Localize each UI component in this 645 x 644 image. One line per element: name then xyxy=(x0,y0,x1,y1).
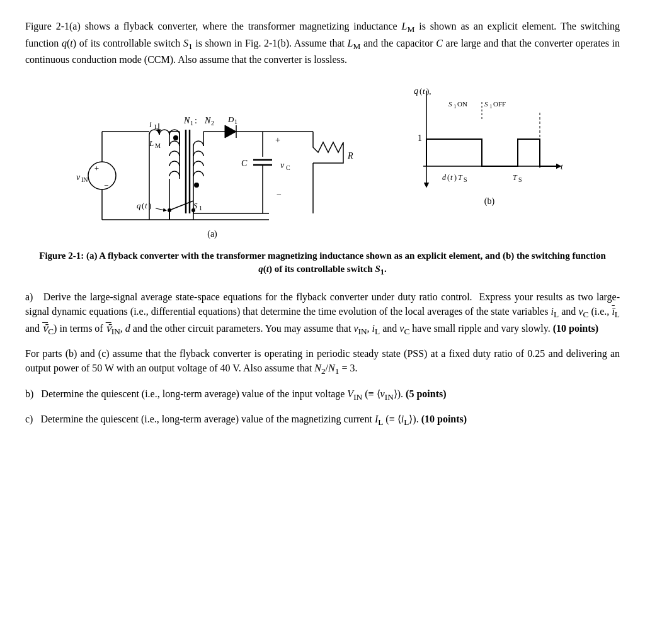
svg-text:C: C xyxy=(241,159,248,168)
svg-text:t: t xyxy=(450,173,453,182)
svg-text:−: − xyxy=(277,190,282,200)
svg-text:R: R xyxy=(347,151,353,161)
svg-text:v: v xyxy=(280,161,285,170)
svg-text:v: v xyxy=(76,172,81,182)
svg-text:1: 1 xyxy=(199,205,202,212)
svg-text:S: S xyxy=(448,100,452,108)
svg-text:1: 1 xyxy=(489,103,493,110)
svg-text:S: S xyxy=(518,176,522,183)
svg-text:1: 1 xyxy=(234,118,237,125)
svg-text:(a): (a) xyxy=(207,229,217,239)
switching-diagram: q ( t ), S 1 ON S 1 OFF 1 d ( xyxy=(408,78,578,246)
svg-text:t: t xyxy=(423,86,425,96)
svg-marker-35 xyxy=(225,125,236,138)
svg-text:i: i xyxy=(149,120,152,129)
svg-text:1: 1 xyxy=(418,133,422,143)
svg-text:S: S xyxy=(484,100,488,108)
figure-caption: Figure 2-1: (a) A flyback converter with… xyxy=(25,249,620,278)
svg-text:S: S xyxy=(464,176,467,183)
svg-point-24 xyxy=(194,183,199,188)
svg-text:1: 1 xyxy=(454,103,457,110)
svg-text:(b): (b) xyxy=(484,196,495,206)
svg-text:IN: IN xyxy=(81,176,88,183)
svg-text:d: d xyxy=(442,173,447,182)
intro-paragraph: Figure 2-1(a) shows a flyback converter,… xyxy=(25,19,620,67)
svg-text:D: D xyxy=(227,115,234,124)
svg-text:N: N xyxy=(204,116,211,125)
svg-text:−: − xyxy=(104,181,108,190)
svg-text:T: T xyxy=(458,173,463,182)
svg-line-63 xyxy=(156,208,165,210)
svg-text:(: ( xyxy=(447,173,450,182)
svg-text:OFF: OFF xyxy=(493,100,506,108)
svg-text:N: N xyxy=(183,116,190,125)
svg-text:): ) xyxy=(454,173,457,182)
svg-text:): ) xyxy=(149,201,151,210)
circuit-diagram: + − v IN i L L M xyxy=(67,78,389,246)
svg-text:(: ( xyxy=(142,201,144,210)
svg-text:),: ), xyxy=(426,86,431,96)
part-b-section: b) Determine the quiescent (i.e., long-t… xyxy=(25,387,620,404)
svg-text:M: M xyxy=(155,142,161,149)
pss-paragraph: For parts (b) and (c) assume that the fl… xyxy=(25,346,620,378)
svg-point-23 xyxy=(173,135,178,140)
svg-text:2: 2 xyxy=(211,120,214,127)
svg-text:1: 1 xyxy=(190,120,193,127)
svg-text:+: + xyxy=(94,164,100,173)
svg-text:C: C xyxy=(286,164,290,171)
svg-text:t: t xyxy=(145,201,147,210)
svg-point-0 xyxy=(88,162,116,189)
switching-svg: q ( t ), S 1 ON S 1 OFF 1 d ( xyxy=(408,78,578,242)
svg-point-56 xyxy=(168,208,171,212)
figure-container: + − v IN i L L M xyxy=(25,78,620,246)
svg-text::: : xyxy=(195,116,197,125)
part-a-section: a) Derive the large-signal average state… xyxy=(25,290,620,337)
svg-text:ON: ON xyxy=(457,100,467,108)
svg-text:S: S xyxy=(193,201,198,210)
svg-text:(: ( xyxy=(420,86,422,96)
circuit-svg: + − v IN i L L M xyxy=(67,78,389,242)
part-c-section: c) Determine the quiescent (i.e., long-t… xyxy=(25,412,620,429)
svg-text:t: t xyxy=(561,162,563,171)
svg-text:q: q xyxy=(414,86,418,96)
svg-text:+: + xyxy=(275,135,280,145)
svg-text:T: T xyxy=(513,173,518,182)
svg-text:q: q xyxy=(137,201,141,210)
